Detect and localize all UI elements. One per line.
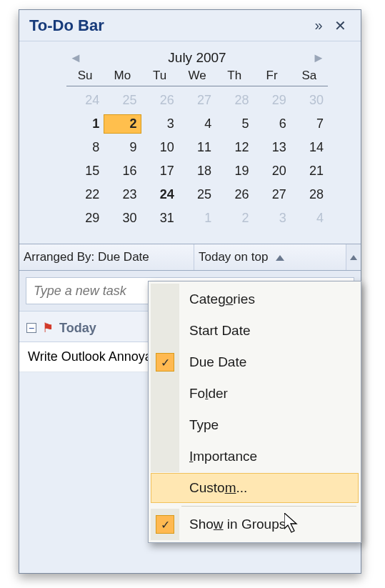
menu-item-label: Due Date	[179, 354, 246, 370]
calendar-day[interactable]: 4	[179, 114, 216, 134]
month-nav: ◄ July 2007 ►	[66, 47, 328, 69]
menu-item-label: Importance	[179, 449, 257, 464]
menu-item-categories[interactable]: Categories	[151, 284, 359, 315]
calendar-day[interactable]: 27	[179, 91, 216, 110]
calendar-day-header: Su	[66, 69, 104, 86]
calendar-day-header: We	[179, 69, 216, 86]
calendar-day-header: Tu	[141, 69, 179, 86]
calendar-day[interactable]: 13	[253, 138, 290, 157]
menu-item-label: Custom...	[179, 480, 247, 496]
calendar-day[interactable]: 25	[179, 185, 216, 204]
sort-order-label: Today on top	[199, 250, 268, 264]
menu-item-check	[151, 441, 179, 472]
menu-item-check	[151, 347, 179, 378]
panel-title: To-Do Bar	[29, 16, 308, 35]
calendar-day[interactable]: 5	[216, 114, 253, 134]
calendar-day[interactable]: 28	[291, 185, 328, 204]
calendar-day[interactable]: 14	[291, 138, 328, 157]
calendar-day[interactable]: 20	[253, 161, 290, 181]
calendar-day[interactable]: 1	[179, 209, 216, 228]
title-bar: To-Do Bar » ✕	[19, 10, 361, 41]
arranged-by-button[interactable]: Arranged By: Due Date	[19, 244, 194, 270]
menu-item-check	[151, 474, 179, 502]
calendar-day[interactable]: 26	[141, 91, 179, 110]
calendar-day[interactable]: 23	[104, 185, 141, 204]
minimize-chevrons-icon[interactable]: »	[308, 17, 329, 34]
calendar-day[interactable]: 2	[216, 209, 253, 228]
calendar-day[interactable]: 24	[141, 185, 179, 204]
calendar-day[interactable]: 2	[104, 114, 141, 134]
calendar-day[interactable]: 30	[104, 209, 141, 228]
calendar-day[interactable]: 21	[291, 161, 328, 181]
menu-item-label: Categories	[179, 291, 255, 307]
menu-item-label: Type	[179, 417, 219, 433]
calendar-day[interactable]: 30	[291, 91, 328, 110]
calendar-day[interactable]: 3	[141, 114, 179, 134]
sort-asc-icon	[276, 255, 284, 261]
calendar-day[interactable]: 9	[104, 138, 141, 157]
calendar-day[interactable]: 29	[66, 209, 104, 228]
calendar-day-header: Th	[216, 69, 253, 86]
calendar-day[interactable]: 4	[291, 209, 328, 228]
menu-item-label: Folder	[179, 386, 228, 402]
next-month-icon[interactable]: ►	[309, 51, 328, 66]
calendar-day[interactable]: 26	[216, 185, 253, 204]
sort-order-button[interactable]: Today on top	[194, 244, 346, 270]
calendar-day[interactable]: 17	[141, 161, 179, 181]
calendar-day[interactable]: 16	[104, 161, 141, 181]
calendar-day[interactable]: 19	[216, 161, 253, 181]
chevron-up-icon	[350, 255, 357, 260]
calendar-day[interactable]: 27	[253, 185, 290, 204]
menu-item-label: Start Date	[179, 323, 251, 339]
flag-icon: ⚑	[42, 320, 54, 336]
collapse-toggle[interactable]: −	[26, 323, 36, 333]
calendar-day-header: Mo	[104, 69, 141, 86]
close-icon[interactable]: ✕	[329, 17, 351, 34]
calendar-day-header: Fr	[253, 69, 290, 86]
menu-item-check	[151, 284, 179, 315]
group-label: Today	[59, 321, 96, 336]
menu-item-start-date[interactable]: Start Date	[151, 315, 359, 347]
calendar-day-header: Sa	[291, 69, 328, 86]
calendar-day[interactable]: 1	[66, 114, 104, 134]
calendar-grid: SuMoTuWeThFrSa24252627282930123456789101…	[66, 69, 328, 228]
menu-item-check	[151, 315, 179, 347]
menu-item-label: Show in Groups	[179, 517, 286, 532]
calendar-day[interactable]: 15	[66, 161, 104, 181]
task-list-header: Arranged By: Due Date Today on top	[19, 244, 361, 271]
menu-item-check	[151, 409, 179, 441]
calendar-day[interactable]: 12	[216, 138, 253, 157]
calendar-day[interactable]: 31	[141, 209, 179, 228]
calendar-day[interactable]: 6	[253, 114, 290, 134]
menu-item-custom[interactable]: Custom...	[151, 473, 359, 503]
calendar-day[interactable]: 29	[253, 91, 290, 110]
date-navigator: ◄ July 2007 ► SuMoTuWeThFrSa242526272829…	[19, 41, 361, 234]
prev-month-icon[interactable]: ◄	[66, 51, 85, 66]
calendar-day[interactable]: 28	[216, 91, 253, 110]
menu-item-show-in-groups[interactable]: Show in Groups	[151, 509, 359, 540]
calendar-day[interactable]: 24	[66, 91, 104, 110]
menu-item-check	[151, 509, 179, 540]
menu-item-type[interactable]: Type	[151, 409, 359, 441]
calendar-day[interactable]: 7	[291, 114, 328, 134]
menu-separator	[181, 506, 356, 507]
calendar-day[interactable]: 25	[104, 91, 141, 110]
calendar-day[interactable]: 3	[253, 209, 290, 228]
arrange-by-menu: CategoriesStart DateDue DateFolderTypeIm…	[148, 281, 361, 543]
calendar-day[interactable]: 18	[179, 161, 216, 181]
calendar-day[interactable]: 10	[141, 138, 179, 157]
menu-item-due-date[interactable]: Due Date	[151, 347, 359, 378]
calendar-day[interactable]: 8	[66, 138, 104, 157]
menu-item-check	[151, 378, 179, 409]
calendar-day[interactable]: 22	[66, 185, 104, 204]
month-label[interactable]: July 2007	[85, 50, 309, 66]
menu-item-importance[interactable]: Importance	[151, 441, 359, 472]
menu-item-folder[interactable]: Folder	[151, 378, 359, 409]
calendar-day[interactable]: 11	[179, 138, 216, 157]
scroll-up-button[interactable]	[346, 244, 361, 270]
